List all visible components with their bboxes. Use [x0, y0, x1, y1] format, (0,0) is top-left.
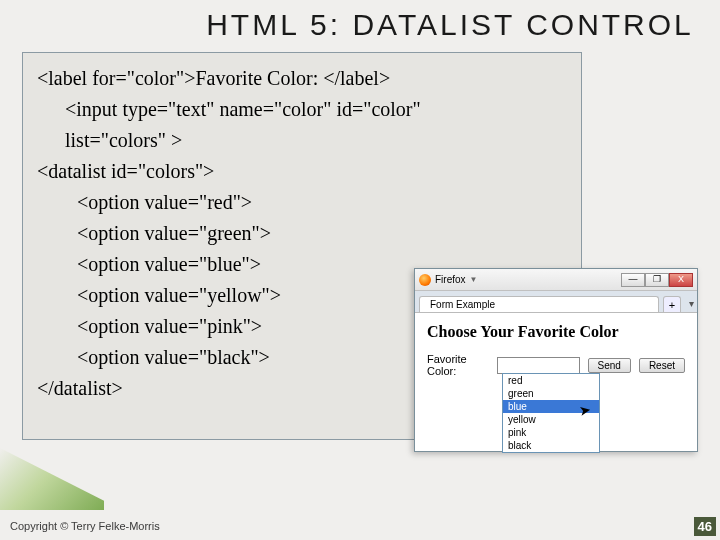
new-tab-button[interactable]: +: [663, 296, 681, 312]
tab-form-example[interactable]: Form Example: [419, 296, 659, 312]
field-label: Favorite Color:: [427, 353, 489, 377]
code-line: list="colors" >: [65, 125, 567, 156]
send-button[interactable]: Send: [588, 358, 631, 373]
reset-button[interactable]: Reset: [639, 358, 685, 373]
maximize-button[interactable]: ❐: [645, 273, 669, 287]
cursor-icon: ➤: [578, 401, 593, 419]
copyright-text: Copyright © Terry Felke-Morris: [10, 520, 160, 532]
browser-titlebar: Firefox ▼ — ❐ X: [415, 269, 697, 291]
browser-window: Firefox ▼ — ❐ X Form Example + ▾ Choose …: [414, 268, 698, 452]
close-button[interactable]: X: [669, 273, 693, 287]
code-line: <option value="red">: [77, 187, 567, 218]
page-number: 46: [694, 517, 716, 536]
code-line: <label for="color">Favorite Color: </lab…: [37, 63, 567, 94]
color-input[interactable]: [497, 357, 580, 374]
firefox-brand: Firefox ▼: [419, 274, 477, 286]
minimize-button[interactable]: —: [621, 273, 645, 287]
code-line: <option value="green">: [77, 218, 567, 249]
option-green[interactable]: green: [503, 387, 599, 400]
window-controls: — ❐ X: [621, 273, 693, 287]
slide-title: HTML 5: DATALIST CONTROL: [0, 8, 720, 42]
option-pink[interactable]: pink: [503, 426, 599, 439]
tab-overflow-icon[interactable]: ▾: [685, 298, 697, 312]
browser-name: Firefox: [435, 274, 466, 285]
option-red[interactable]: red: [503, 374, 599, 387]
chevron-down-icon: ▼: [470, 275, 478, 284]
decorative-accent: [0, 448, 104, 510]
code-line: <input type="text" name="color" id="colo…: [65, 94, 567, 125]
code-line: <datalist id="colors">: [37, 156, 567, 187]
page-heading: Choose Your Favorite Color: [427, 323, 685, 341]
firefox-icon: [419, 274, 431, 286]
option-black[interactable]: black: [503, 439, 599, 452]
tab-bar: Form Example + ▾: [415, 291, 697, 313]
